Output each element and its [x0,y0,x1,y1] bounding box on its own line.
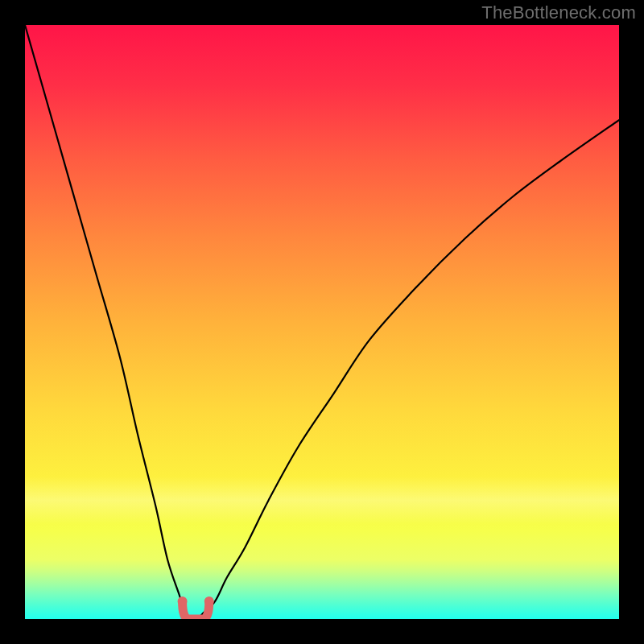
sweet-spot-dot-right [204,597,214,606]
sweet-spot-dot-left [178,597,188,606]
watermark-text: TheBottleneck.com [481,2,636,23]
bottleneck-curve-path [25,25,619,619]
chart-svg-layer [25,25,619,619]
chart-plot-area [25,25,619,619]
